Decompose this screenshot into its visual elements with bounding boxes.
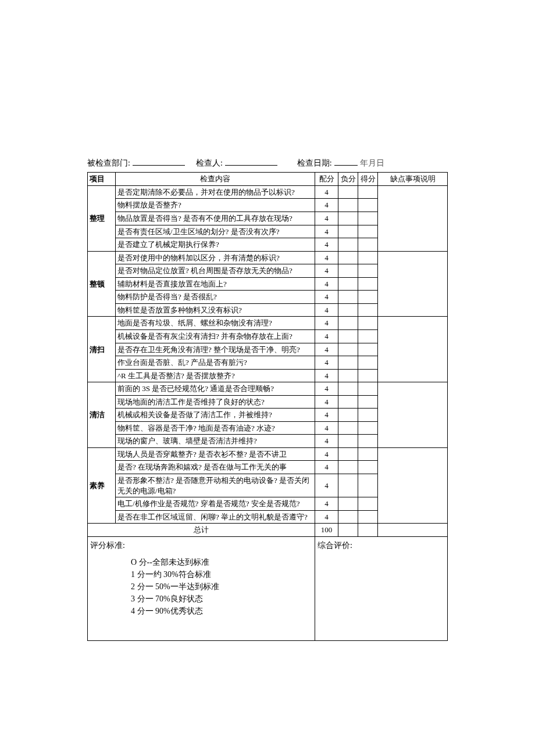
got-cell[interactable] [358, 225, 378, 238]
neg-cell[interactable] [338, 238, 358, 252]
date-blank[interactable] [334, 157, 358, 166]
got-cell[interactable] [358, 238, 378, 252]
neg-cell[interactable] [338, 395, 358, 409]
inspector-blank[interactable] [225, 157, 277, 166]
neg-cell[interactable] [338, 291, 358, 304]
got-cell[interactable] [358, 251, 378, 264]
got-cell[interactable] [358, 264, 378, 278]
neg-cell[interactable] [338, 369, 358, 382]
neg-cell[interactable] [338, 199, 358, 212]
check-item: 机械设备是否有灰尘没有清扫? 并有杂物存放在上面? [116, 329, 315, 343]
neg-cell[interactable] [338, 264, 358, 278]
total-label: 总计 [88, 524, 315, 537]
neg-cell[interactable] [338, 409, 358, 422]
check-item: 现场人员是否穿戴整齐? 是否衣衫不整? 是否不讲卫 [116, 447, 315, 461]
neg-cell[interactable] [338, 329, 358, 343]
got-cell[interactable] [358, 317, 378, 330]
got-cell[interactable] [358, 435, 378, 448]
neg-cell[interactable] [338, 343, 358, 356]
note-cell[interactable] [378, 382, 448, 448]
score-cell: 4 [315, 303, 338, 317]
score-cell: 4 [315, 343, 338, 356]
got-cell[interactable] [358, 369, 378, 382]
got-cell[interactable] [358, 329, 378, 343]
scoring-standards: 评分标准: O 分--全部未达到标准 1 分一约 30%符合标准 2 分一 50… [88, 536, 315, 640]
neg-cell[interactable] [338, 356, 358, 370]
note-cell[interactable] [378, 317, 448, 382]
score-cell: 4 [315, 421, 338, 435]
check-item: 物品放置是否得当? 是否有不使用的工具存放在现场? [116, 212, 315, 225]
neg-cell[interactable] [338, 303, 358, 317]
col-got: 得分 [358, 173, 378, 186]
score-cell: 4 [315, 382, 338, 396]
score-cell: 4 [315, 185, 338, 199]
note-cell[interactable] [378, 447, 448, 523]
score-cell: 4 [315, 474, 338, 497]
inspector-label: 检查人: [196, 158, 223, 169]
got-cell[interactable] [358, 277, 378, 291]
evaluation-title: 综合评价: [318, 540, 445, 551]
table-row: 清扫地面是否有垃圾、纸屑、螺丝和杂物没有清理?4 [88, 317, 448, 330]
got-cell[interactable] [358, 474, 378, 497]
neg-cell[interactable] [338, 185, 358, 199]
score-cell: 4 [315, 395, 338, 409]
note-cell[interactable] [378, 185, 448, 251]
neg-cell[interactable] [338, 277, 358, 291]
got-cell[interactable] [358, 303, 378, 317]
check-item: 是否对物品定位放置? 机台周围是否存放无关的物品? [116, 264, 315, 278]
total-note[interactable] [378, 524, 448, 537]
score-cell: 4 [315, 317, 338, 330]
got-cell[interactable] [358, 356, 378, 370]
got-cell[interactable] [358, 447, 378, 461]
check-item: 物料防护是否得当? 是否很乱? [116, 291, 315, 304]
got-cell[interactable] [358, 510, 378, 524]
neg-cell[interactable] [338, 474, 358, 497]
note-cell[interactable] [378, 251, 448, 317]
got-cell[interactable] [358, 199, 378, 212]
score-cell: 4 [315, 251, 338, 264]
got-cell[interactable] [358, 212, 378, 225]
check-item: 是否形象不整洁? 是否随意开动相关的电动设备? 是否关闭无关的电源/电箱? [116, 474, 315, 497]
check-item: 是否有责任区域/卫生区域的划分? 是否没有次序? [116, 225, 315, 238]
got-cell[interactable] [358, 395, 378, 409]
neg-cell[interactable] [338, 212, 358, 225]
table-row: 整理是否定期清除不必要品，并对在使用的物品予以标识?4 [88, 185, 448, 199]
check-item: 前面的 3S 是否已经规范化? 通道是否合理顺畅? [116, 382, 315, 396]
score-cell: 4 [315, 212, 338, 225]
neg-cell[interactable] [338, 447, 358, 461]
got-cell[interactable] [358, 382, 378, 396]
check-item: 是否定期清除不必要品，并对在使用的物品予以标识? [116, 185, 315, 199]
neg-cell[interactable] [338, 421, 358, 435]
score-cell: 4 [315, 369, 338, 382]
got-cell[interactable] [358, 185, 378, 199]
table-row: 整顿是否对使用中的物料加以区分，并有清楚的标识?4 [88, 251, 448, 264]
total-value: 100 [315, 524, 338, 537]
neg-cell[interactable] [338, 382, 358, 396]
col-neg: 负分 [338, 173, 358, 186]
got-cell[interactable] [358, 421, 378, 435]
total-got[interactable] [358, 524, 378, 537]
neg-cell[interactable] [338, 461, 358, 474]
overall-evaluation[interactable]: 综合评价: [315, 536, 448, 640]
neg-cell[interactable] [338, 510, 358, 524]
check-item: 物料筐是否放置多种物料又没有标识? [116, 303, 315, 317]
neg-cell[interactable] [338, 251, 358, 264]
neg-cell[interactable] [338, 497, 358, 511]
check-item: 辅助材料是否直接放置在地面上? [116, 277, 315, 291]
neg-cell[interactable] [338, 435, 358, 448]
got-cell[interactable] [358, 461, 378, 474]
got-cell[interactable] [358, 409, 378, 422]
header-row: 项目 检查内容 配分 负分 得分 缺点事项说明 [88, 173, 448, 186]
category-cell: 素养 [88, 447, 116, 523]
neg-cell[interactable] [338, 225, 358, 238]
got-cell[interactable] [358, 343, 378, 356]
date-label: 检查日期: [297, 158, 332, 169]
total-neg[interactable] [338, 524, 358, 537]
got-cell[interactable] [358, 497, 378, 511]
neg-cell[interactable] [338, 317, 358, 330]
check-item: 机械或相关设备是否做了清洁工作，并被维持? [116, 409, 315, 422]
got-cell[interactable] [358, 291, 378, 304]
dept-blank[interactable] [133, 157, 185, 166]
check-item: 是否对使用中的物料加以区分，并有清楚的标识? [116, 251, 315, 264]
score-cell: 4 [315, 356, 338, 370]
